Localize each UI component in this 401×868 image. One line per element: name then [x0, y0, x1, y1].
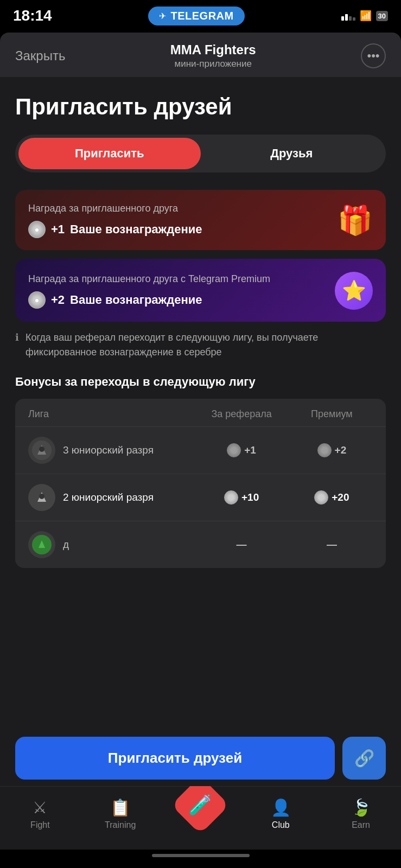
nav-fight-label: Fight	[30, 820, 50, 830]
table-row: 3 юниорский разря +1 +2	[15, 427, 386, 474]
ref-reward-3: —	[192, 539, 290, 551]
reward-amount-value: +1	[51, 222, 65, 237]
table-row: д — —	[15, 521, 386, 568]
home-indicator	[0, 850, 401, 865]
telegram-icon: ✈	[159, 11, 166, 21]
reward-card-premium: Награда за приглашенного друга с Telegra…	[15, 259, 386, 322]
small-coin-2	[317, 443, 332, 457]
ellipsis-icon: •••	[367, 49, 379, 63]
league-name: 3 юниорский разря	[63, 444, 154, 456]
app-title: MMA Fighters	[170, 42, 256, 58]
status-time: 18:14	[13, 7, 52, 24]
info-box: ℹ Когда ваш реферал переходит в следующу…	[15, 330, 386, 360]
prem-reward-3: —	[291, 539, 373, 551]
table-row: 2 юниорский разря +10 +20	[15, 474, 386, 521]
bottom-cta: Пригласить друзей 🔗	[0, 728, 401, 786]
reward-card-normal-amount: ● +1 Ваше вознаграждение	[28, 221, 202, 238]
bonuses-section-title: Бонусы за переходы в следующую лигу	[15, 375, 386, 389]
battery-icon: 30	[376, 11, 388, 21]
wifi-icon: 📶	[360, 10, 372, 22]
reward-amount-label: Ваше вознаграждение	[70, 222, 202, 237]
reward-card-premium-title: Награда за приглашенного друга с Telegra…	[28, 273, 270, 285]
invite-friends-button[interactable]: Пригласить друзей	[15, 737, 335, 780]
nav-club-label: Club	[272, 820, 290, 830]
ref-reward-2: +10	[192, 490, 290, 505]
app-subtitle: мини-приложение	[170, 59, 256, 69]
telegram-label: TELEGRAM	[170, 10, 233, 22]
earn-icon: 🍃	[351, 798, 371, 817]
more-button[interactable]: •••	[361, 43, 386, 68]
tab-switcher: Пригласить Друзья	[15, 135, 386, 173]
reward-premium-value: +2	[51, 293, 65, 307]
signal-bars	[341, 11, 355, 21]
nav-fight[interactable]: ⚔ Fight	[0, 798, 80, 830]
reward-card-normal-title: Награда за приглашенного друга	[28, 203, 202, 214]
league-info-3: д	[28, 531, 192, 558]
col-ref: За реферала	[192, 409, 290, 420]
app-header: Закрыть MMA Fighters мини-приложение •••	[0, 33, 401, 77]
prem-reward: +2	[291, 443, 373, 457]
league-info-2: 2 юниорский разря	[28, 484, 192, 511]
boost-icon: 🧪	[188, 794, 213, 816]
reward-premium-label: Ваше вознаграждение	[70, 293, 202, 307]
club-icon: 👤	[271, 798, 291, 817]
coin-icon-2: ●	[28, 291, 46, 309]
league-avatar-2	[28, 484, 55, 511]
small-coin-3	[224, 490, 238, 505]
fight-icon: ⚔	[33, 798, 47, 817]
col-league: Лига	[28, 409, 192, 420]
premium-star-icon: ⭐	[335, 272, 373, 310]
link-icon: 🔗	[354, 749, 374, 768]
copy-link-button[interactable]: 🔗	[342, 737, 386, 780]
nav-boost[interactable]: 🧪	[161, 793, 241, 834]
tab-friends[interactable]: Друзья	[201, 138, 383, 169]
reward-card-premium-amount: ● +2 Ваше вознаграждение	[28, 291, 270, 309]
nav-club[interactable]: 👤 Club	[240, 798, 321, 830]
table-header: Лига За реферала Премиум	[15, 399, 386, 427]
league-info: 3 юниорский разря	[28, 437, 192, 464]
nav-earn-label: Earn	[352, 820, 370, 830]
status-icons: 📶 30	[341, 10, 388, 22]
col-premium: Премиум	[291, 409, 373, 420]
home-bar	[152, 854, 250, 857]
league-name-2: 2 юниорский разря	[63, 492, 154, 503]
small-coin	[227, 443, 241, 457]
bottom-nav: ⚔ Fight 📋 Training 🧪 👤 Club 🍃 Earn	[0, 786, 401, 850]
nav-training-label: Training	[105, 820, 136, 830]
prem-reward-2: +20	[291, 490, 373, 505]
app-title-block: MMA Fighters мини-приложение	[170, 42, 256, 69]
info-icon: ℹ	[15, 331, 19, 343]
ref-reward: +1	[192, 443, 290, 457]
telegram-notification: ✈ TELEGRAM	[148, 7, 244, 25]
main-content: Пригласить друзей Пригласить Друзья Нагр…	[0, 77, 401, 728]
page-title: Пригласить друзей	[15, 94, 386, 119]
svg-point-3	[39, 494, 44, 499]
coin-icon: ●	[28, 221, 46, 238]
league-avatar-3	[28, 531, 55, 558]
league-name-3: д	[63, 539, 69, 551]
league-avatar	[28, 437, 55, 464]
svg-point-1	[39, 446, 44, 452]
nav-training[interactable]: 📋 Training	[80, 798, 161, 830]
tab-invite[interactable]: Пригласить	[18, 138, 201, 169]
training-icon: 📋	[110, 798, 130, 817]
info-text: Когда ваш реферал переходит в следующую …	[26, 330, 386, 360]
status-bar: 18:14 ✈ TELEGRAM 📶 30	[0, 0, 401, 29]
gift-icon: 🎁	[338, 204, 373, 237]
bonuses-table: Лига За реферала Премиум 3 юниорский раз…	[15, 399, 386, 568]
close-button[interactable]: Закрыть	[15, 48, 65, 63]
small-coin-4	[314, 490, 328, 505]
nav-earn[interactable]: 🍃 Earn	[321, 798, 401, 830]
reward-card-normal: Награда за приглашенного друга ● +1 Ваше…	[15, 190, 386, 250]
